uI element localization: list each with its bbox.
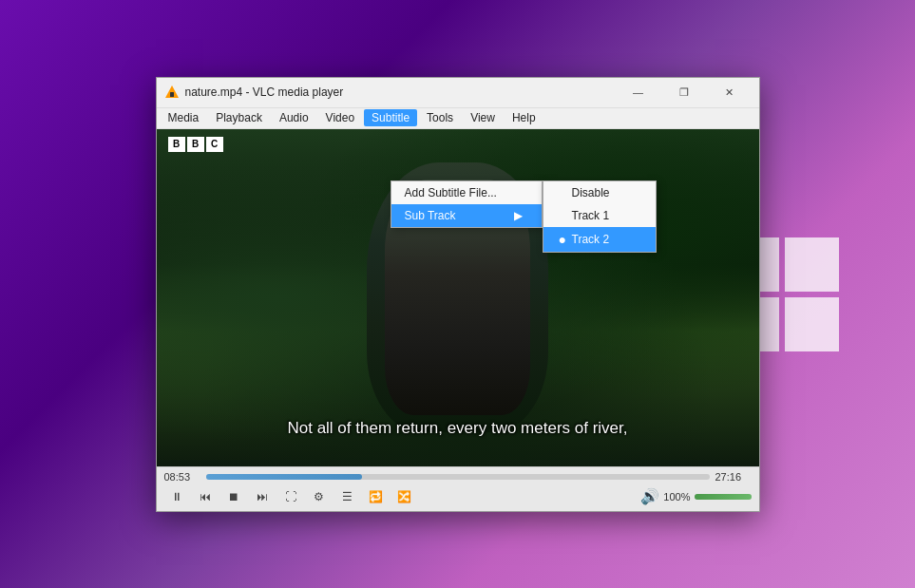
- volume-label: 100%: [663, 491, 690, 503]
- bbc-b2: B: [187, 137, 204, 152]
- bbc-b1: B: [168, 137, 185, 152]
- subtitle-menu: Add Subtitle File... Sub Track ▶: [391, 180, 543, 228]
- vlc-window: nature.mp4 - VLC media player — ❐ ✕ Medi…: [156, 77, 760, 512]
- volume-bar[interactable]: [695, 494, 752, 500]
- extended-button[interactable]: ⚙: [307, 486, 332, 507]
- menu-media[interactable]: Media: [161, 109, 207, 126]
- stop-button[interactable]: ⏹: [221, 486, 246, 507]
- video-area: B B C Not all of them return, every two …: [157, 129, 759, 466]
- window-controls: — ❐ ✕: [617, 77, 752, 107]
- menu-subtitle[interactable]: Subtitle: [364, 109, 417, 126]
- prev-button[interactable]: ⏮: [193, 486, 218, 507]
- window-title: nature.mp4 - VLC media player: [185, 85, 617, 99]
- menu-tools[interactable]: Tools: [419, 109, 461, 126]
- close-button[interactable]: ✕: [708, 77, 752, 107]
- menu-help[interactable]: Help: [505, 109, 543, 126]
- track-disable[interactable]: Disable: [543, 181, 656, 204]
- minimize-button[interactable]: —: [617, 77, 660, 107]
- vlc-icon: [164, 85, 180, 100]
- track-2-item[interactable]: ● Track 2: [543, 227, 656, 252]
- menu-video[interactable]: Video: [318, 109, 362, 126]
- menu-view[interactable]: View: [463, 109, 503, 126]
- menu-playback[interactable]: Playback: [208, 109, 270, 126]
- subtrack-menu: Disable Track 1 ● Track 2: [543, 180, 657, 253]
- progress-bar[interactable]: [206, 474, 710, 480]
- loop-button[interactable]: 🔁: [364, 486, 389, 507]
- next-button[interactable]: ⏭: [250, 486, 275, 507]
- sub-track-item[interactable]: Sub Track ▶: [391, 204, 542, 227]
- volume-icon: 🔊: [640, 487, 659, 505]
- controls-bar: 08:53 27:16 ⏸ ⏮ ⏹ ⏭ ⛶ ⚙ ☰ 🔁 🔀 🔊 100%: [157, 466, 759, 511]
- pause-button[interactable]: ⏸: [164, 486, 189, 507]
- title-bar: nature.mp4 - VLC media player — ❐ ✕: [157, 78, 759, 108]
- menu-bar: Media Playback Audio Video Subtitle Tool…: [157, 108, 759, 129]
- shuffle-button[interactable]: 🔀: [392, 486, 417, 507]
- track-2-bullet: ●: [559, 232, 566, 247]
- submenu-arrow: ▶: [514, 209, 523, 222]
- bbc-logo: B B C: [168, 137, 223, 152]
- volume-section: 🔊 100%: [640, 487, 751, 505]
- maximize-button[interactable]: ❐: [662, 77, 706, 107]
- current-time: 08:53: [164, 471, 200, 483]
- track-1-item[interactable]: Track 1: [543, 204, 656, 227]
- total-time: 27:16: [715, 471, 752, 483]
- fullscreen-button[interactable]: ⛶: [278, 486, 303, 507]
- svg-rect-1: [170, 92, 174, 97]
- menu-audio[interactable]: Audio: [272, 109, 316, 126]
- bbc-c: C: [206, 137, 223, 152]
- controls-row: ⏸ ⏮ ⏹ ⏭ ⛶ ⚙ ☰ 🔁 🔀 🔊 100%: [164, 486, 752, 507]
- video-subtitle: Not all of them return, every two meters…: [157, 419, 759, 438]
- add-subtitle-item[interactable]: Add Subtitle File...: [391, 181, 542, 204]
- progress-row: 08:53 27:16: [164, 471, 752, 483]
- playlist-button[interactable]: ☰: [335, 486, 360, 507]
- volume-fill: [695, 494, 752, 500]
- progress-fill: [206, 474, 362, 480]
